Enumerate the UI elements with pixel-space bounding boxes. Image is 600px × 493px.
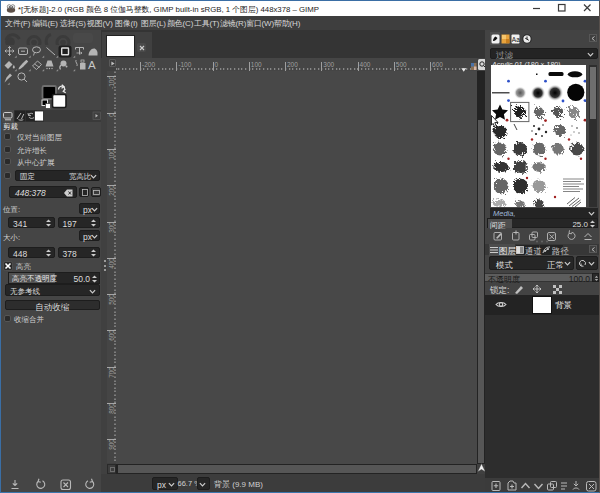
svg-text:A: A: [88, 59, 96, 71]
svg-text:Aa: Aa: [512, 35, 520, 42]
